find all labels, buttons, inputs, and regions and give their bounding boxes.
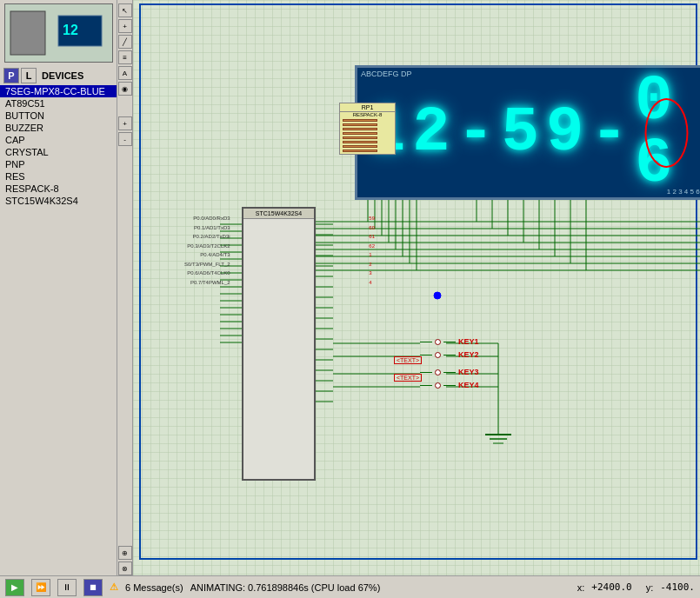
key2-line-right: [443, 355, 456, 355]
key1-contact: [435, 339, 441, 345]
device-item-cap[interactable]: CAP: [0, 134, 117, 146]
seg-dash-2: -: [590, 102, 628, 164]
seg-dash-1: -: [457, 102, 494, 164]
tool-text[interactable]: A: [118, 66, 132, 80]
svg-text:12: 12: [63, 23, 78, 37]
respack-pin: [343, 141, 377, 143]
respack-pins: [340, 117, 395, 154]
tab-devices-label: DEVICES: [42, 70, 83, 81]
key4-line-left: [420, 385, 432, 386]
mcu-pin-num: 60: [369, 225, 375, 230]
device-item-at89[interactable]: AT89C51: [0, 97, 117, 110]
tool-arrow[interactable]: ↖: [118, 3, 132, 17]
mcu-pin-label: P0.7/T4PWML_2: [184, 280, 230, 285]
tab-bar: P L DEVICES: [0, 66, 117, 85]
device-item-crystal[interactable]: CRYSTAL: [0, 146, 117, 158]
tool-probe[interactable]: ◉: [118, 82, 132, 96]
main-area: 12 P L DEVICES 7SEG-MPX8-CC-BLUE AT89C51…: [0, 0, 700, 575]
seg-label-top: ABCDEFG DP: [361, 70, 412, 78]
key2: KEY2: [420, 350, 479, 359]
mcu-pin-label: P0.6/AD6/T4CLK0: [184, 270, 230, 276]
mcu-pin-num: 61: [369, 234, 375, 239]
mcu-pin-num: 62: [369, 243, 375, 249]
left-panel: 12 P L DEVICES 7SEG-MPX8-CC-BLUE AT89C51…: [0, 0, 117, 575]
key1: KEY1: [420, 337, 479, 346]
x-value: +2400.0: [591, 581, 631, 593]
mcu-pin-label: P0.4/AD4/T3: [184, 252, 230, 257]
key2-line-left: [420, 355, 432, 355]
thumbnail-area: 12: [4, 3, 113, 63]
key3-line-right: [443, 372, 456, 373]
key3-contact: [435, 369, 441, 375]
seg-digit-3: 5: [502, 102, 539, 164]
device-item-button[interactable]: BUTTON: [0, 110, 117, 122]
thumbnail-svg: 12: [6, 7, 110, 59]
seg-display-inner: 1 2 - 5 9 - 0 6: [357, 63, 700, 203]
seven-segment-display: ABCDEFG DP 1 2 - 5 9 - 0 6: [355, 65, 700, 200]
text-label-key4: <TEXT>: [394, 374, 422, 382]
mcu-pin-num: 3: [369, 270, 375, 276]
key2-label: KEY2: [458, 350, 479, 359]
animating-status: ANIMATING: 0.761898846s (CPU load 67%): [190, 582, 381, 593]
canvas-area[interactable]: ABCDEFG DP 1 2 - 5 9 - 0 6: [133, 0, 700, 575]
y-label: y:: [646, 582, 654, 593]
thumbnail-content: 12: [5, 4, 112, 62]
respack-pin: [343, 150, 377, 152]
message-count: 6 Message(s): [125, 582, 183, 593]
canvas-grid: ABCDEFG DP 1 2 - 5 9 - 0 6: [133, 0, 700, 575]
mcu-pin-num: 4: [369, 280, 375, 285]
left-tools: ↖ + ╱ ≡ A ◉ + - ⊕ ⊗: [117, 0, 133, 575]
mcu-pin-num: 2: [369, 262, 375, 267]
step-button[interactable]: ⏩: [31, 579, 50, 596]
warning-icon: ⚠: [110, 581, 118, 593]
mcu-pins-left: P0.0/AD0/RxD3 P0.1/AD1/TxD3 P0.2/AD2/TxD…: [184, 216, 230, 285]
mcu-pin-label: P0.2/AD2/TxD3i: [184, 234, 230, 239]
tool-zoom-in[interactable]: +: [118, 116, 132, 130]
device-item-respack8[interactable]: RESPACK-8: [0, 183, 117, 195]
svg-rect-0: [10, 11, 45, 55]
text-label-key2: <TEXT>: [394, 356, 422, 364]
tab-p-button[interactable]: P: [3, 68, 19, 83]
device-item-buzzer[interactable]: BUZZER: [0, 122, 117, 134]
mcu-pin-label: S0/T3/PWM_FLT_2: [184, 262, 230, 267]
key3: KEY3: [420, 368, 479, 376]
respack-label: RP1: [340, 103, 395, 112]
seg-last-group: 0 6: [635, 70, 700, 196]
key3-line-left: [420, 372, 432, 373]
device-list: 7SEG-MPX8-CC-BLUE AT89C51 BUTTON BUZZER …: [0, 85, 117, 575]
key3-label: KEY3: [458, 368, 479, 376]
mcu-pin-label: P0.3/AD3/T2CLK2: [184, 243, 230, 249]
mcu-pin-num: 1: [369, 252, 375, 257]
tool-wire[interactable]: ╱: [118, 35, 132, 49]
key1-line-left: [420, 342, 432, 342]
seg-digit-5: 0: [635, 66, 672, 137]
mcu-chip: STC15W4K32S4 P0.0/AD0/RxD3 P0.1/AD1/TxD3…: [242, 207, 316, 481]
play-button[interactable]: ▶: [5, 579, 24, 596]
stop-button[interactable]: ⏹: [83, 579, 103, 596]
tool-bus[interactable]: ≡: [118, 50, 132, 64]
x-label: x:: [577, 582, 585, 593]
device-item-pnp[interactable]: PNP: [0, 158, 117, 170]
key4-contact: [435, 382, 441, 389]
tool-component[interactable]: +: [118, 19, 132, 33]
respack-pins-left: [343, 119, 377, 152]
device-item-res[interactable]: RES: [0, 170, 117, 183]
key2-contact: [435, 352, 441, 358]
tool-bottom2[interactable]: ⊗: [118, 561, 132, 575]
seg-label-bottom: 1 2 3 4 5 6 7 8: [667, 188, 700, 196]
device-item-7seg[interactable]: 7SEG-MPX8-CC-BLUE: [0, 85, 117, 97]
respack-pin: [343, 128, 377, 130]
tool-zoom-out[interactable]: -: [118, 132, 132, 146]
pause-button[interactable]: ⏸: [57, 579, 77, 596]
status-bar: ▶ ⏩ ⏸ ⏹ ⚠ 6 Message(s) ANIMATING: 0.7618…: [0, 575, 700, 598]
device-item-stc15w4k32s4[interactable]: STC15W4K32S4: [0, 195, 117, 207]
respack-pin: [343, 145, 377, 148]
respack-pin: [343, 136, 377, 139]
svg-point-85: [434, 292, 441, 299]
tab-l-button[interactable]: L: [21, 68, 37, 83]
seg-digit-2: 2: [412, 102, 450, 164]
respack-pin: [343, 132, 377, 135]
respack-pin: [343, 119, 377, 122]
tool-bottom1[interactable]: ⊕: [118, 546, 132, 560]
mcu-pin-label: P0.1/AD1/TxD3: [184, 225, 230, 230]
